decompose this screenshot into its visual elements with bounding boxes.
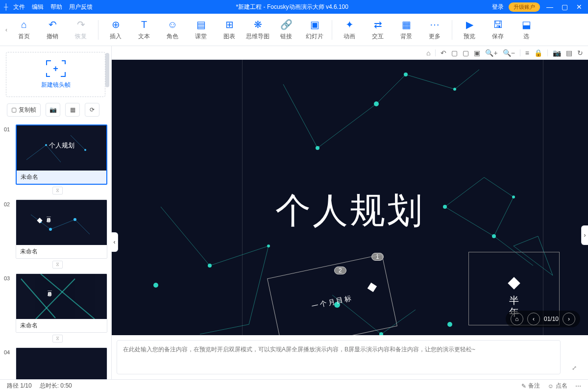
- svg-point-33: [316, 146, 319, 150]
- nav-home-icon[interactable]: ⌂: [511, 313, 523, 325]
- 角色-icon: ☺: [168, 19, 177, 30]
- collapse-right-button[interactable]: ›: [581, 225, 588, 245]
- main-toolbar: ‹ ⌂首页↶撤销↷恢复⊕插入T文本☺角色▤课堂⊞图表❋思维导图🔗链接▣幻灯片✦动…: [0, 14, 588, 46]
- toolbar-文本[interactable]: T文本: [130, 16, 158, 44]
- toolbar-动画[interactable]: ✦动画: [335, 16, 364, 44]
- 文本-icon: T: [141, 19, 147, 30]
- canvas-tool-icon[interactable]: ⌂: [426, 49, 430, 57]
- svg-point-35: [404, 73, 408, 76]
- close-button[interactable]: ✕: [574, 3, 584, 11]
- toolbar-课堂[interactable]: ▤课堂: [187, 16, 215, 44]
- expand-notes-icon[interactable]: ⤢: [565, 340, 583, 374]
- svg-line-32: [514, 236, 538, 246]
- app-icon: ┼: [4, 3, 8, 10]
- canvas-tool-icon[interactable]: ▢: [451, 49, 458, 57]
- canvas-tool-icon[interactable]: 🔍+: [485, 49, 497, 57]
- canvas[interactable]: 个人规划 1 2 一个月目标 半 年 ⌂ ‹ 01/10 ›: [112, 60, 588, 335]
- 思维导图-icon: ❋: [254, 19, 262, 30]
- canvas-tool-icon[interactable]: ↻: [577, 49, 583, 57]
- svg-line-16: [376, 74, 406, 104]
- slide-name: 未命名: [17, 171, 106, 184]
- canvas-tool-icon[interactable]: ↶: [441, 49, 446, 57]
- frame3-text1: 半: [509, 294, 519, 306]
- new-frame-button[interactable]: + 新建镜头帧: [6, 52, 105, 97]
- canvas-tool-icon[interactable]: ▤: [566, 49, 572, 57]
- frame2-title: 一个月目标: [311, 294, 354, 311]
- 预览-icon: ▶: [466, 19, 473, 30]
- window-title: *新建工程 - Focusky动画演示大师 v4.6.100: [93, 3, 492, 11]
- new-frame-label: 新建镜头帧: [41, 81, 71, 89]
- canvas-tool-icon[interactable]: ▢: [463, 49, 469, 57]
- toolbar-撤销[interactable]: ↶撤销: [38, 16, 67, 44]
- menu-bar: 文件 编辑 帮助 用户反馈: [13, 3, 93, 11]
- menu-file[interactable]: 文件: [13, 3, 25, 11]
- menu-edit[interactable]: 编辑: [32, 3, 44, 11]
- path-indicator: 路径 1/10: [7, 382, 32, 390]
- slide-thumbnail[interactable]: [16, 347, 107, 379]
- collapse-sidebar-button[interactable]: ‹: [111, 232, 118, 252]
- notes-input[interactable]: [117, 340, 561, 374]
- svg-line-25: [445, 207, 494, 236]
- login-link[interactable]: 登录: [492, 3, 504, 11]
- canvas-tool-icon[interactable]: 🔍−: [503, 49, 515, 57]
- qr-icon[interactable]: ▦: [65, 103, 80, 117]
- 课堂-icon: ▤: [196, 19, 206, 30]
- svg-line-18: [455, 70, 479, 89]
- canvas-tool-icon[interactable]: 🔒: [534, 49, 542, 57]
- toolbar-插入[interactable]: ⊕插入: [101, 16, 130, 44]
- camera-icon[interactable]: 📷: [46, 103, 60, 117]
- canvas-tool-icon[interactable]: 📷: [553, 49, 561, 57]
- notes-area: ⤢: [112, 335, 588, 379]
- svg-line-27: [484, 177, 514, 197]
- toolbar-首页[interactable]: ⌂首页: [10, 16, 38, 44]
- toolbar-交互[interactable]: ⇄交互: [364, 16, 392, 44]
- toolbar-思维导图[interactable]: ❋思维导图: [244, 16, 272, 44]
- toolbar-角色[interactable]: ☺角色: [158, 16, 187, 44]
- svg-line-11: [21, 279, 55, 318]
- slide-thumbnail[interactable]: 个人规划未命名: [16, 124, 107, 185]
- slide-title[interactable]: 个人规划: [275, 187, 424, 234]
- 更多-icon: ⋯: [430, 19, 440, 30]
- 动画-icon: ✦: [345, 19, 354, 30]
- slide-number: 03: [4, 273, 13, 281]
- timer-icon[interactable]: ⧖: [52, 261, 63, 269]
- svg-line-28: [445, 177, 484, 207]
- toolbar-保存[interactable]: 🖫保存: [484, 16, 512, 44]
- 选-icon: ⬓: [522, 19, 531, 30]
- nav-prev-icon[interactable]: ‹: [527, 313, 540, 325]
- svg-line-12: [41, 274, 95, 319]
- toolbar-恢复[interactable]: ↷恢复: [67, 16, 95, 44]
- toolbar-幻灯片[interactable]: ▣幻灯片: [300, 16, 329, 44]
- settings-icon[interactable]: ⟳: [85, 103, 99, 117]
- svg-point-39: [443, 205, 447, 209]
- slide-thumbnail[interactable]: 一个月目标未命名: [16, 199, 107, 259]
- svg-line-22: [200, 324, 249, 334]
- canvas-tool-icon[interactable]: ▣: [474, 49, 480, 57]
- rollcall-button[interactable]: ☺ 点名: [548, 382, 567, 390]
- toolbar-选[interactable]: ⬓选: [512, 16, 540, 44]
- timer-icon[interactable]: ⧖: [52, 187, 63, 195]
- more-icon[interactable]: ⋯: [575, 383, 581, 390]
- timer-icon[interactable]: ⧖: [52, 335, 63, 343]
- nav-next-icon[interactable]: ›: [563, 313, 575, 325]
- toolbar-预览[interactable]: ▶预览: [455, 16, 484, 44]
- menu-feedback[interactable]: 用户反馈: [69, 3, 93, 11]
- canvas-tool-icon[interactable]: ≡: [525, 49, 529, 57]
- svg-point-44: [153, 283, 158, 288]
- sidebar-scrollbar[interactable]: [105, 53, 109, 87]
- minimize-button[interactable]: —: [545, 3, 555, 11]
- toolbar-链接[interactable]: 🔗链接: [272, 16, 300, 44]
- upgrade-button[interactable]: 升级账户: [509, 2, 540, 12]
- toolbar-更多[interactable]: ⋯更多: [420, 16, 449, 44]
- toolbar-图表[interactable]: ⊞图表: [215, 16, 244, 44]
- slide-name: 未命名: [16, 245, 107, 258]
- notes-toggle[interactable]: ✎ 备注: [521, 382, 540, 390]
- copy-frame-button[interactable]: ▢ 复制帧: [7, 103, 41, 117]
- toolbar-背景[interactable]: ▦背景: [392, 16, 420, 44]
- maximize-button[interactable]: ▢: [560, 3, 569, 11]
- svg-point-34: [374, 101, 379, 106]
- slide-number: 02: [4, 199, 13, 207]
- slide-thumbnail[interactable]: 一个月目标未命名: [16, 273, 107, 333]
- toolbar-scroll-left[interactable]: ‹: [3, 26, 10, 33]
- menu-help[interactable]: 帮助: [50, 3, 62, 11]
